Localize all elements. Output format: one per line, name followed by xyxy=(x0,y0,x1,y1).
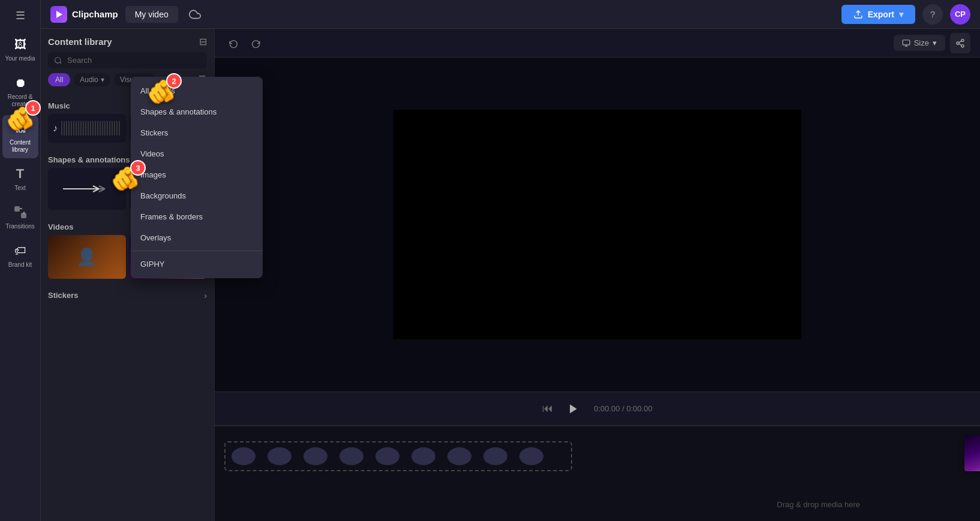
brand-kit-icon: 🏷 xyxy=(12,242,29,259)
sidebar-item-brand-kit[interactable]: 🏷 Brand kit xyxy=(2,237,38,273)
sidebar-item-label-your-media: Your media xyxy=(5,55,35,62)
sidebar-item-label-record: Record & create xyxy=(5,94,36,108)
help-button[interactable]: ? xyxy=(922,4,943,25)
content-library-icon: 🗂 xyxy=(12,120,29,137)
sidebar-item-label-brand-kit: Brand kit xyxy=(8,261,32,269)
sidebar-item-record-create[interactable]: ⏺ Record & create xyxy=(2,70,38,113)
app-name: Clipchamp xyxy=(72,9,118,19)
dropdown-item-overlays[interactable]: Overlays xyxy=(131,227,263,248)
sidebar-item-transitions[interactable]: Transitions xyxy=(2,199,38,235)
dropdown-item-frames[interactable]: Frames & borders xyxy=(131,206,263,227)
export-button[interactable]: Export ▾ xyxy=(841,5,915,24)
dropdown-item-backgrounds[interactable]: Backgrounds xyxy=(131,185,263,206)
cloud-save-button[interactable] xyxy=(185,5,205,24)
dropdown-item-all-visuals[interactable]: All visuals xyxy=(131,80,263,101)
svg-rect-0 xyxy=(14,206,20,212)
top-bar: Clipchamp My video Export ▾ ? CP xyxy=(41,0,980,29)
record-icon: ⏺ xyxy=(12,74,29,91)
sidebar-item-text[interactable]: T Text xyxy=(2,161,38,197)
svg-marker-2 xyxy=(56,11,62,18)
dropdown-item-images[interactable]: Images xyxy=(131,164,263,185)
transitions-icon xyxy=(12,204,29,221)
project-name-button[interactable]: My video xyxy=(125,6,178,23)
visuals-dropdown: All visuals Shapes & annotations Sticker… xyxy=(131,77,263,278)
app-logo[interactable]: Clipchamp xyxy=(50,6,118,23)
text-icon: T xyxy=(12,165,29,182)
sidebar-item-label-transitions: Transitions xyxy=(5,223,35,230)
sidebar-item-label-content-library: Content library xyxy=(5,139,36,153)
app-logo-icon xyxy=(50,6,67,23)
dropdown-item-shapes[interactable]: Shapes & annotations xyxy=(131,101,263,122)
dropdown-divider xyxy=(131,251,263,251)
your-media-icon: 🖼 xyxy=(12,36,29,53)
dropdown-item-stickers[interactable]: Stickers xyxy=(131,122,263,143)
sidebar-item-label-text: Text xyxy=(14,185,25,192)
sidebar-item-content-library[interactable]: 🗂 Content library xyxy=(2,115,38,158)
sidebar-item-your-media[interactable]: 🖼 Your media xyxy=(2,31,38,67)
dropdown-item-videos[interactable]: Videos xyxy=(131,143,263,164)
sidebar: ☰ 🖼 Your media ⏺ Record & create 🗂 Conte… xyxy=(0,0,41,521)
dropdown-item-giphy[interactable]: GIPHY xyxy=(131,254,263,275)
user-avatar[interactable]: CP xyxy=(950,4,970,25)
hamburger-button[interactable]: ☰ xyxy=(10,5,31,26)
